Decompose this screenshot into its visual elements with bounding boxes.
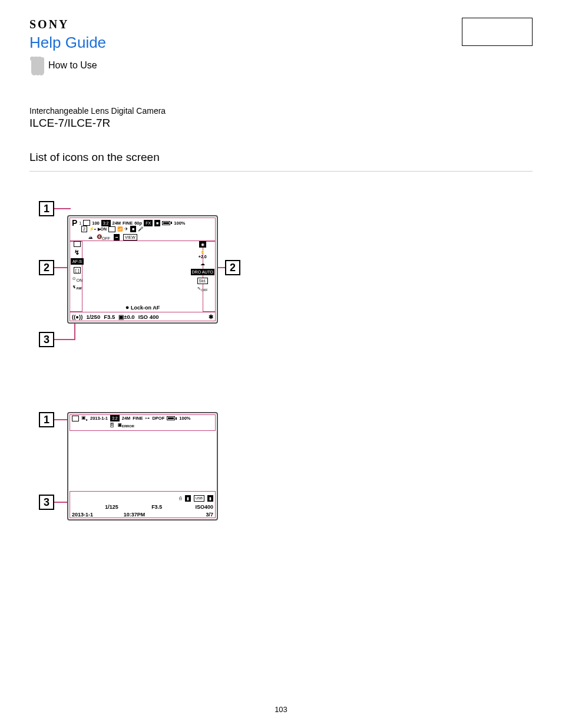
remaining-shots: 100 xyxy=(92,220,100,226)
rec-media-icon: ■ xyxy=(130,226,136,232)
callout-line xyxy=(217,267,225,268)
dro-badge: DRO AUTO xyxy=(191,269,214,275)
dpof-label: DPOF xyxy=(152,416,164,421)
title-divider xyxy=(29,171,533,172)
callout-2-left: 2 xyxy=(39,260,54,275)
page-title: List of icons on the screen xyxy=(29,151,533,169)
page-header: SONY Help Guide xyxy=(29,18,533,52)
image-counter: 3/7 xyxy=(206,512,213,518)
drive-mode-icon xyxy=(74,241,81,247)
af-on-icon: ▶ON xyxy=(98,227,107,232)
image-size: 24M xyxy=(122,416,131,421)
metering-mode-icon: ◉ xyxy=(199,241,206,248)
callout-line xyxy=(54,339,74,340)
figure-playback-screen: 1 3 ▣▸ 2013-1-1 3:2 24M FINE ⊶ DPOF 100% xyxy=(39,401,239,531)
callout-line xyxy=(54,208,71,209)
playback-top-row-2: 🗄 ▣ERROR xyxy=(110,423,134,428)
playback-bottom-icons: ⎙ ▮ USB ▮ xyxy=(179,495,213,502)
how-to-use-row: How to Use xyxy=(29,57,533,78)
print-icon: ⎙ xyxy=(179,496,182,501)
left-icon-stack: AF-S [ ] ☺ON ↯AW xyxy=(71,241,84,290)
camera-screen-shooting: P 1 100 3:2 24M FINE 60p FX ■ 100% 2 ⚡• … xyxy=(67,215,218,324)
aspect-ratio-badge: 3:2 xyxy=(101,220,111,226)
flash-charge-icon: ⚡• xyxy=(89,226,96,232)
focus-area-icon: [ ] xyxy=(74,267,81,274)
top-info-row-2: 2 ⚡• ▶ON 📶 ✈ ■ 🎤 xyxy=(81,226,143,232)
database-icon: 🗄 xyxy=(110,423,114,428)
ae-lock-icon: ✱ xyxy=(209,314,213,320)
lock-on-af-label: ● Lock-on AF xyxy=(68,304,217,311)
product-model: ILCE-7/ILCE-7R xyxy=(29,117,533,130)
page-number: 103 xyxy=(0,705,562,714)
view-mode-icon: ▣▸ xyxy=(81,415,88,421)
product-category: Interchangeable Lens Digital Camera xyxy=(29,106,533,116)
white-balance-icon: ↯AW xyxy=(72,285,81,290)
capture-time: 10:37PM xyxy=(124,512,146,518)
callout-line xyxy=(54,502,68,503)
right-icon-stack: ◉ ⚡+2.0 ☁ DRO AUTO Std. ✎OFF xyxy=(191,241,214,292)
nfc-icon: 📶 xyxy=(117,226,123,232)
movie-fps: 60p xyxy=(134,220,142,226)
bottom-info-row: ((●)) 1/250 F3.5 ▣±0.0 ISO 400 ✱ xyxy=(72,314,213,320)
battery-percent: 100% xyxy=(179,416,190,421)
steadyshot-icon: ((●)) xyxy=(72,314,82,320)
iso-value: ISO400 xyxy=(195,504,213,510)
callout-3: 3 xyxy=(39,332,54,347)
audio-level-icon: 🔇OFF xyxy=(97,234,110,241)
usb-icon: USB xyxy=(194,495,204,502)
flash-comp-value: ⚡+2.0 xyxy=(199,250,207,259)
image-quality: FINE xyxy=(123,220,133,226)
card-slot-label: 1 xyxy=(79,221,81,225)
memory-card-icon xyxy=(83,220,90,226)
brand-block: SONY Help Guide xyxy=(29,18,106,52)
flash-mode-icon xyxy=(74,249,80,256)
callout-2-right: 2 xyxy=(225,260,240,275)
creative-style-badge: Std. xyxy=(197,278,208,284)
help-guide-link[interactable]: Help Guide xyxy=(29,34,106,52)
aperture-value: F3.5 xyxy=(104,314,115,320)
playback-info-row-2: 2013-1-1 10:37PM 3/7 xyxy=(72,512,213,518)
shutter-speed: 1/250 xyxy=(86,314,100,320)
camera-screen-playback: ▣▸ 2013-1-1 3:2 24M FINE ⊶ DPOF 100% 🗄 ▣… xyxy=(67,412,218,521)
memory-card-icon xyxy=(72,416,79,421)
callout-line xyxy=(54,267,68,268)
live-view-badge: VIEW xyxy=(123,234,137,241)
battery-percent: 100% xyxy=(174,220,185,226)
hdmi-out-icon: ▮ xyxy=(185,495,191,502)
iso-value: ISO 400 xyxy=(138,314,159,320)
timer-icon: 2 xyxy=(81,226,87,232)
how-to-use-label: How to Use xyxy=(48,60,97,71)
battery-icon xyxy=(162,221,172,225)
framing-icon xyxy=(108,226,115,232)
focus-mode-badge: AF-S xyxy=(71,258,84,265)
callout-1: 1 xyxy=(39,412,54,427)
shutter-speed: 1/125 xyxy=(105,504,118,510)
image-quality: FINE xyxy=(133,416,143,421)
rec-setting-badge: ■ xyxy=(154,220,160,226)
exposure-comp: ▣±0.0 xyxy=(118,314,134,320)
folder-date: 2013-1-1 xyxy=(90,416,108,421)
protect-icon: ⊶ xyxy=(145,416,150,421)
upload-icon: ☁ xyxy=(200,261,205,266)
aperture-value: F3.5 xyxy=(151,504,162,510)
product-block: Interchangeable Lens Digital Camera ILCE… xyxy=(29,106,533,130)
capture-date: 2013-1-1 xyxy=(72,512,93,518)
callout-line xyxy=(54,419,68,420)
aspect-ratio-badge: 3:2 xyxy=(110,415,120,421)
brand-logo: SONY xyxy=(29,18,106,31)
rec-format-badge: FX xyxy=(144,220,153,226)
playback-info-row-1: 1/125 F3.5 ISO400 xyxy=(72,504,213,510)
callout-3: 3 xyxy=(39,495,54,510)
image-size: 24M xyxy=(113,220,121,226)
figure-shooting-screen: 1 2 2 3 P 1 100 3:2 xyxy=(39,201,239,354)
playback-top-row-1: ▣▸ 2013-1-1 3:2 24M FINE ⊶ DPOF 100% xyxy=(72,415,213,421)
rec-media-icon: ▮ xyxy=(207,495,213,502)
mic-icon: 🎤 xyxy=(138,226,143,232)
search-box[interactable] xyxy=(462,18,533,46)
battery-icon xyxy=(167,416,177,420)
shooting-mode-icon: P xyxy=(72,218,77,228)
face-detect-icon: ☺ON xyxy=(72,276,83,282)
histogram-icon: ⛰ xyxy=(88,235,93,240)
callout-1: 1 xyxy=(39,201,54,216)
level-icon: ━ xyxy=(114,234,120,241)
